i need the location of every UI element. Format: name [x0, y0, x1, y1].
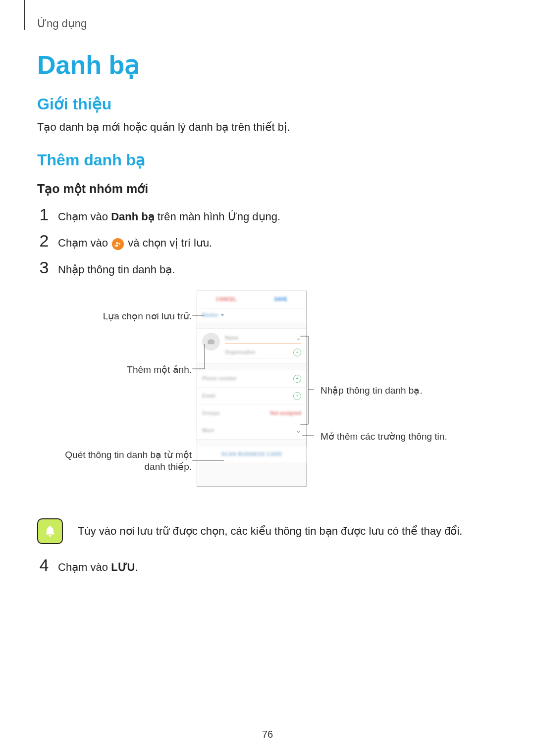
step-2-pre: Chạm vào [58, 237, 111, 249]
note-icon [37, 518, 63, 544]
step-4-bold: LƯU [111, 561, 135, 573]
bell-icon [44, 525, 56, 538]
step-2: 2 Chạm vào và chọn vị trí lưu. [37, 232, 498, 252]
phone-email-label: Email [202, 393, 293, 399]
phone-org-field: Organisation + [225, 347, 301, 358]
step-3: 3 Nhập thông tin danh bạ. [37, 259, 498, 278]
phone-groups-label: Groups [202, 410, 270, 416]
page-title: Danh bạ [37, 50, 498, 80]
phone-name-card: Name ⌄ Organisation + [197, 328, 306, 364]
phone-name-label: Name [225, 335, 296, 341]
phone-avatar [202, 333, 220, 351]
phone-groups-row: Groups Not assigned [197, 405, 306, 422]
phone-storage-label: Device [202, 312, 218, 318]
phone-org-label: Organisation [225, 350, 293, 355]
step-number: 4 [37, 556, 51, 573]
breadcrumb: Ứng dụng [37, 17, 498, 30]
phone-phone-label: Phone number [202, 376, 293, 381]
step-list-cont: 4 Chạm vào LƯU. [37, 556, 498, 576]
phone-storage-row: Device [197, 308, 306, 322]
section-add-title: Thêm danh bạ [37, 151, 498, 169]
callout-enter-info: Nhập thông tin danh bạ. [321, 385, 469, 397]
plus-icon: + [293, 375, 301, 383]
step-text: Chạm vào và chọn vị trí lưu. [58, 234, 212, 252]
phone-topbar: CANCEL SAVE [197, 291, 306, 308]
callout-scan: Quét thông tin danh bạ từ một danh thiếp… [58, 449, 192, 473]
step-text: Chạm vào LƯU. [58, 558, 138, 576]
note-block: Tùy vào nơi lưu trữ được chọn, các kiểu … [37, 518, 498, 544]
plus-icon: + [293, 349, 301, 356]
phone-scan-button: SCAN BUSINESS CARD [197, 446, 306, 463]
phone-groups-value: Not assigned [270, 410, 301, 416]
step-1-pre: Chạm vào [58, 210, 111, 223]
step-1-post: trên màn hình Ứng dụng. [155, 210, 280, 223]
callout-scan-l1: Quét thông tin danh bạ từ một [65, 450, 192, 460]
phone-save: SAVE [274, 297, 288, 302]
callout-open-more: Mở thêm các trường thông tin. [321, 431, 489, 443]
note-text: Tùy vào nơi lưu trữ được chọn, các kiểu … [78, 522, 462, 540]
step-1: 1 Chạm vào Danh bạ trên màn hình Ứng dụn… [37, 206, 498, 225]
step-2-post: và chọn vị trí lưu. [128, 237, 212, 249]
phone-more-label: More [202, 428, 296, 433]
callout-add-image: Thêm một ảnh. [58, 364, 192, 376]
section-intro-title: Giới thiệu [37, 95, 498, 113]
phone-name-field: Name ⌄ [225, 333, 301, 344]
step-4: 4 Chạm vào LƯU. [37, 556, 498, 576]
contact-editor-diagram: CANCEL SAVE Device Name ⌄ Organis [58, 291, 498, 504]
step-1-bold: Danh bạ [111, 210, 155, 223]
callout-scan-l2: danh thiếp. [145, 461, 192, 472]
phone-fields-block: Phone number + Email + Groups Not assign… [197, 370, 306, 440]
step-text: Nhập thông tin danh bạ. [58, 261, 175, 278]
camera-icon [207, 338, 215, 346]
step-number: 2 [37, 232, 51, 249]
phone-mockup: CANCEL SAVE Device Name ⌄ Organis [197, 291, 307, 487]
step-list: 1 Chạm vào Danh bạ trên màn hình Ứng dụn… [37, 206, 498, 278]
section-add-subtitle: Tạo một nhóm mới [37, 182, 498, 196]
intro-paragraph: Tạo danh bạ mới hoặc quản lý danh bạ trê… [37, 118, 498, 136]
step-number: 3 [37, 259, 51, 276]
step-text: Chạm vào Danh bạ trên màn hình Ứng dụng. [58, 208, 280, 225]
side-rule [24, 0, 25, 30]
chevron-down-icon: ⌄ [296, 334, 301, 342]
phone-name-fields: Name ⌄ Organisation + [225, 333, 301, 358]
add-contact-icon [112, 238, 124, 250]
chevron-down-icon [220, 314, 224, 316]
plus-icon: + [293, 392, 301, 400]
callout-storage: Lựa chọn nơi lưu trữ. [58, 310, 192, 323]
phone-email-row: Email + [197, 388, 306, 405]
phone-cancel: CANCEL [216, 297, 237, 302]
step-4-post: . [135, 561, 138, 573]
document-page: Ứng dụng Danh bạ Giới thiệu Tạo danh bạ … [0, 0, 535, 756]
step-4-pre: Chạm vào [58, 561, 111, 573]
phone-more-row: More ⌄ [197, 422, 306, 439]
step-number: 1 [37, 206, 51, 223]
page-number: 76 [0, 729, 535, 740]
chevron-down-icon: ⌄ [296, 427, 301, 434]
phone-phone-row: Phone number + [197, 370, 306, 388]
